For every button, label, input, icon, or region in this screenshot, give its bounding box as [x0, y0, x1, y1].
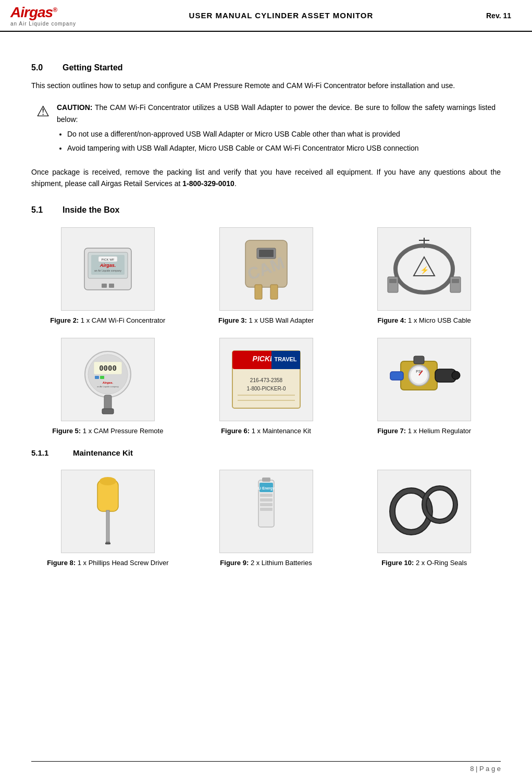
- figure-5-caption: Figure 5: 1 x CAM Pressure Remote: [52, 426, 163, 436]
- svg-rect-8: [109, 284, 114, 288]
- svg-text:an Air Liquide company: an Air Liquide company: [97, 385, 119, 388]
- figure-5-desc: 1 x CAM Pressure Remote: [83, 427, 164, 435]
- figures-row-2: 0000 Airgas. an Air Liquide company Figu…: [31, 338, 501, 436]
- svg-text:Li Energy: Li Energy: [258, 486, 275, 491]
- battery-svg: Li Energy: [235, 475, 298, 548]
- figure-9-caption: Figure 9: 2 x Lithium Batteries: [220, 558, 312, 568]
- svg-rect-7: [102, 284, 107, 288]
- document-title: USER MANUAL CYLINDER ASSET MONITOR: [76, 11, 486, 20]
- svg-rect-54: [105, 543, 110, 544]
- once-text: Once package is received, remove the pac…: [31, 166, 501, 190]
- svg-text:Airgas.: Airgas.: [102, 381, 114, 384]
- oring-svg: [385, 478, 463, 545]
- figure-4-caption: Figure 4: 1 x Micro USB Cable: [378, 316, 471, 325]
- svg-rect-32: [102, 409, 114, 414]
- figure-2-desc: 1 x CAM Wi-Fi Concentrator: [81, 316, 166, 324]
- svg-text:PICK WF: PICK WF: [101, 258, 114, 261]
- figure-8-label: Figure 8:: [47, 559, 76, 567]
- section-51-heading: 5.1 Inside the Box: [31, 205, 501, 215]
- svg-rect-22: [452, 279, 459, 283]
- caution-bullet-2: Avoid tampering with USB Wall Adapter, M…: [67, 142, 496, 154]
- caution-block: ⚠ CAUTION: The CAM Wi-Fi Concentrator ut…: [31, 102, 501, 156]
- figure-3-box: CAM: [219, 227, 313, 311]
- figure-9-desc: 2 x Lithium Batteries: [251, 559, 312, 567]
- figure-8-box: [61, 470, 155, 553]
- figure-5-item: 0000 Airgas. an Air Liquide company Figu…: [31, 338, 184, 436]
- figures-row-1: Airgas. an Air Liquide company PICK WF F…: [31, 227, 501, 325]
- once-text-prefix: Once package is received, remove the pac…: [31, 168, 501, 188]
- svg-text:Airgas.: Airgas.: [100, 263, 116, 268]
- svg-text:1-800-PICKER-0: 1-800-PICKER-0: [246, 386, 286, 392]
- figure-8-caption: Figure 8: 1 x Phillips Head Screw Driver: [47, 558, 168, 568]
- caution-content: CAUTION: The CAM Wi-Fi Concentrator util…: [57, 102, 496, 156]
- svg-rect-52: [106, 510, 109, 544]
- svg-point-50: [452, 371, 460, 380]
- section-511-num: 5.1.1: [31, 448, 73, 457]
- section-5-num: 5.0: [31, 63, 63, 72]
- figure-9-item: Li Energy Figure 9: 2 x Lithium Batterie…: [190, 470, 343, 568]
- figure-4-box: ⚡: [377, 227, 471, 311]
- svg-rect-27: [95, 376, 99, 379]
- section-51-num: 5.1: [31, 205, 63, 215]
- svg-rect-13: [259, 250, 274, 257]
- svg-text:TRAVEL: TRAVEL: [274, 356, 296, 362]
- figure-6-desc: 1 x Maintenance Kit: [252, 427, 311, 435]
- page-footer: 8 | P a g e: [31, 761, 501, 773]
- figure-10-item: Figure 10: 2 x O-Ring Seals: [348, 470, 501, 568]
- figure-2-label: Figure 2:: [50, 316, 79, 324]
- figure-3-label: Figure 3:: [218, 316, 247, 324]
- svg-rect-47: [414, 356, 424, 364]
- pressure-remote-svg: 0000 Airgas. an Air Liquide company: [79, 343, 137, 416]
- figure-3-desc: 1 x USB Wall Adapter: [249, 316, 314, 324]
- caution-bullet-1: Do not use a different/non-approved USB …: [67, 128, 496, 140]
- svg-rect-61: [260, 498, 273, 501]
- svg-rect-57: [262, 478, 270, 482]
- figure-3-caption: Figure 3: 1 x USB Wall Adapter: [218, 316, 314, 325]
- phone-number: 1-800-329-0010: [182, 179, 234, 188]
- figure-4-label: Figure 4:: [378, 316, 406, 324]
- svg-rect-63: [260, 508, 273, 511]
- svg-text:⚡: ⚡: [420, 266, 429, 275]
- helium-reg-svg: PSI: [385, 346, 463, 413]
- figure-9-label: Figure 9:: [220, 559, 249, 567]
- svg-rect-60: [260, 494, 273, 497]
- screwdriver-svg: [77, 475, 139, 548]
- figure-4-desc: 1 x Micro USB Cable: [408, 316, 471, 324]
- svg-rect-62: [260, 503, 273, 506]
- figure-6-label: Figure 6:: [221, 427, 250, 435]
- figure-7-box: PSI: [377, 338, 471, 421]
- figure-10-desc: 2 x O-Ring Seals: [416, 559, 467, 567]
- section-5-intro: This section outlines how to setup and c…: [31, 80, 501, 91]
- figure-5-label: Figure 5:: [52, 427, 81, 435]
- figure-7-item: PSI Figure 7: 1 x Helium Regulator: [348, 338, 501, 436]
- svg-rect-28: [100, 376, 104, 379]
- figures-row-3: Figure 8: 1 x Phillips Head Screw Driver…: [31, 470, 501, 568]
- svg-text:0000: 0000: [99, 364, 117, 372]
- usb-adapter-svg: [235, 235, 298, 303]
- svg-text:an Air Liquide company: an Air Liquide company: [94, 269, 121, 272]
- figure-7-caption: Figure 7: 1 x Helium Regulator: [377, 426, 471, 436]
- figure-2-item: Airgas. an Air Liquide company PICK WF F…: [31, 227, 184, 325]
- logo-wordmark: Airgas®: [10, 4, 76, 21]
- figure-6-box: PICKER TRAVEL 216-473-2358 1-800-PICKER-…: [219, 338, 313, 421]
- svg-rect-48: [390, 372, 403, 380]
- svg-rect-10: [255, 285, 262, 299]
- figure-8-item: Figure 8: 1 x Phillips Head Screw Driver: [31, 470, 184, 568]
- caution-text: The CAM Wi-Fi Concentrator utilizes a US…: [57, 103, 496, 123]
- cam-wifi-svg: Airgas. an Air Liquide company PICK WF: [77, 238, 139, 300]
- figure-10-box: [377, 470, 471, 553]
- figure-10-caption: Figure 10: 2 x O-Ring Seals: [381, 558, 467, 568]
- figure-3-item: CAM Figure 3: 1 x USB Wall Adapter: [190, 227, 343, 325]
- svg-rect-20: [389, 279, 397, 283]
- figure-6-item: PICKER TRAVEL 216-473-2358 1-800-PICKER-…: [190, 338, 343, 436]
- svg-point-55: [100, 477, 116, 485]
- svg-rect-11: [270, 285, 278, 299]
- main-content: 5.0 Getting Started This section outline…: [0, 32, 532, 604]
- micro-usb-svg: ⚡: [385, 235, 463, 303]
- svg-rect-9: [245, 240, 287, 287]
- figure-4-item: ⚡ Figure 4: 1 x Micro USB Cable: [348, 227, 501, 325]
- caution-list: Do not use a different/non-approved USB …: [67, 128, 496, 154]
- page-number: 8 | P a g e: [470, 765, 501, 773]
- logo-subtitle: an Air Liquide company: [10, 21, 76, 27]
- section-51-title: Inside the Box: [63, 205, 119, 215]
